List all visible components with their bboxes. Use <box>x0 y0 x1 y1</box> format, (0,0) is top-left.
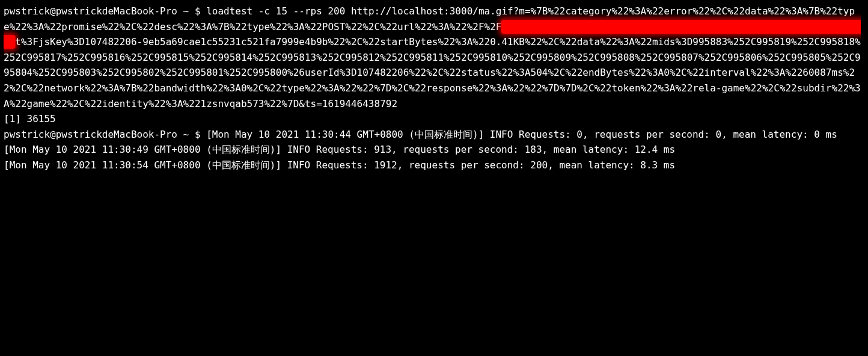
log-output-line: [Mon May 10 2021 11:30:44 GMT+0800 (中国标准… <box>206 129 837 140</box>
shell-prompt: pwstrick@pwstrickdeMacBook-Pro ~ $ <box>4 5 206 17</box>
log-output-line: [Mon May 10 2021 11:30:54 GMT+0800 (中国标准… <box>4 159 675 171</box>
terminal-output[interactable]: pwstrick@pwstrickdeMacBook-Pro ~ $ loadt… <box>4 4 864 173</box>
command-text-part2: t%3FjsKey%3D107482206-9eb5a69cae1c55231c… <box>4 36 861 109</box>
log-output-line: [Mon May 10 2021 11:30:49 GMT+0800 (中国标准… <box>4 144 675 155</box>
shell-prompt: pwstrick@pwstrickdeMacBook-Pro ~ $ <box>4 129 206 140</box>
background-process-line: [1] 36155 <box>4 113 56 124</box>
